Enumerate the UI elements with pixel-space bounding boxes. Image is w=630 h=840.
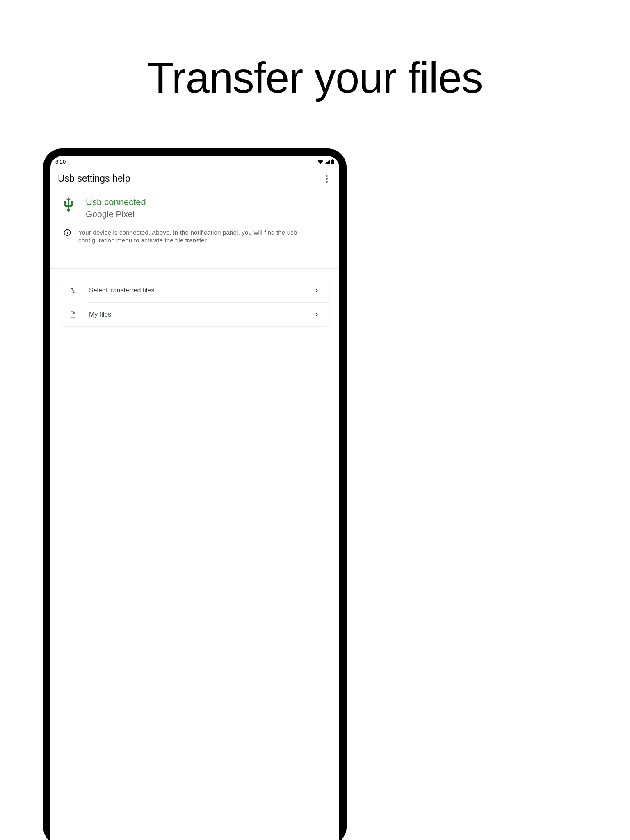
more-vert-icon[interactable] [322, 174, 332, 184]
swap-vert-icon [69, 287, 77, 294]
status-icons [317, 159, 334, 164]
svg-point-7 [67, 231, 68, 231]
chevron-right-icon [313, 287, 320, 294]
my-files-label: My files [89, 311, 301, 318]
usb-icon [60, 196, 77, 213]
usb-device-name: Google Pixel [86, 208, 332, 219]
card-container: Select transferred files My files [50, 269, 339, 326]
my-files-row[interactable]: My files [60, 303, 329, 326]
file-icon [69, 311, 77, 318]
svg-rect-6 [67, 232, 68, 234]
select-transferred-files-label: Select transferred files [89, 287, 301, 294]
status-bar: 8:20 [50, 156, 339, 166]
svg-point-3 [326, 178, 328, 180]
svg-rect-0 [331, 160, 334, 164]
wifi-icon [317, 160, 323, 164]
signal-icon [325, 160, 330, 164]
select-transferred-files-row[interactable]: Select transferred files [60, 278, 329, 302]
header-title: Usb settings help [58, 173, 130, 184]
usb-status-section: Usb connected Google Pixel [50, 192, 339, 219]
tablet-frame: 8:20 Usb settings help [43, 148, 347, 840]
options-card: Select transferred files My files [60, 278, 329, 326]
status-time: 8:20 [55, 159, 66, 165]
info-icon [64, 229, 71, 236]
chevron-right-icon [313, 311, 320, 318]
svg-point-4 [326, 181, 328, 183]
svg-rect-1 [332, 159, 333, 160]
page-header: Usb settings help [50, 166, 339, 192]
usb-connected-title: Usb connected [86, 196, 332, 208]
page-heading: Transfer your files [0, 0, 630, 103]
battery-icon [331, 159, 334, 164]
info-text: Your device is connected. Above, in the … [78, 228, 332, 244]
info-section: Your device is connected. Above, in the … [50, 219, 339, 244]
tablet-screen: 8:20 Usb settings help [50, 156, 339, 840]
usb-text: Usb connected Google Pixel [86, 196, 332, 219]
svg-point-2 [326, 175, 328, 177]
